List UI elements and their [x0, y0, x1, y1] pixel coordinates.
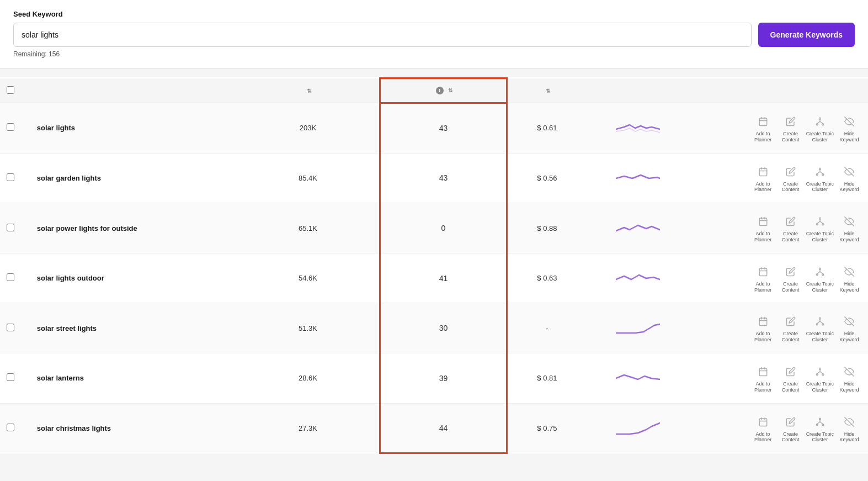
add-to-planner-button[interactable]: Add toPlanner [751, 113, 775, 143]
create-topic-cluster-label: Create TopicCluster [806, 181, 834, 193]
hide-keyword-button[interactable]: HideKeyword [837, 213, 861, 243]
keyword-cell: solar lights outdoor [30, 253, 237, 303]
create-topic-cluster-button[interactable]: Create TopicCluster [806, 213, 834, 243]
seed-input[interactable] [13, 23, 752, 47]
keyword-cell: solar lanterns [30, 353, 237, 404]
create-content-icon [782, 113, 799, 130]
keyword-cell: solar street lights [30, 303, 237, 353]
hide-keyword-icon [841, 113, 858, 130]
row-checkbox-cell [0, 253, 30, 303]
row-checkbox[interactable] [7, 373, 14, 381]
difficulty-info-icon[interactable]: i [436, 87, 444, 94]
create-topic-cluster-button[interactable]: Create TopicCluster [806, 163, 834, 193]
hide-keyword-icon [841, 213, 858, 230]
hide-keyword-icon [841, 313, 858, 330]
create-topic-cluster-button[interactable]: Create TopicCluster [806, 263, 834, 293]
hide-keyword-button[interactable]: HideKeyword [837, 263, 861, 293]
create-topic-cluster-button[interactable]: Create TopicCluster [806, 363, 834, 393]
add-to-planner-button[interactable]: Add toPlanner [751, 263, 775, 293]
header-keywords [30, 78, 237, 103]
difficulty-cell: 44 [380, 403, 507, 453]
trend-cell [587, 253, 690, 303]
row-checkbox[interactable] [7, 324, 14, 331]
row-checkbox[interactable] [7, 123, 14, 131]
add-to-planner-icon [755, 363, 771, 380]
create-content-button[interactable]: CreateContent [779, 163, 803, 193]
action-cell: Add toPlanner CreateContent Create Topic… [690, 103, 868, 154]
create-topic-cluster-button[interactable]: Create TopicCluster [806, 113, 834, 143]
create-topic-cluster-label: Create TopicCluster [806, 431, 834, 443]
create-content-button[interactable]: CreateContent [779, 414, 803, 443]
select-all-checkbox[interactable] [7, 86, 14, 94]
generate-keywords-button[interactable]: Generate Keywords [758, 23, 855, 47]
create-content-icon [782, 363, 799, 380]
create-topic-cluster-label: Create TopicCluster [806, 381, 834, 393]
svg-rect-33 [759, 268, 767, 276]
create-topic-cluster-icon [812, 414, 828, 430]
keyword-cell: solar christmas lights [30, 403, 237, 453]
create-content-button[interactable]: CreateContent [779, 213, 803, 243]
svg-line-64 [820, 372, 823, 374]
volume-cell: 85.4K [237, 153, 380, 203]
create-content-icon [782, 313, 799, 330]
add-to-planner-icon [755, 313, 771, 330]
row-checkbox[interactable] [7, 224, 14, 231]
create-content-icon [782, 414, 799, 430]
add-to-planner-icon [755, 163, 771, 180]
table-row: solar power lights for outside 65.1K 0 $… [0, 203, 868, 253]
add-to-planner-button[interactable]: Add toPlanner [751, 163, 775, 193]
create-content-button[interactable]: CreateContent [779, 263, 803, 293]
create-content-button[interactable]: CreateContent [779, 113, 803, 143]
row-checkbox[interactable] [7, 273, 14, 281]
hide-keyword-button[interactable]: HideKeyword [837, 414, 861, 443]
table-header-row: ⇅ i ⇅ ⇅ [0, 78, 868, 103]
svg-line-41 [817, 272, 820, 274]
table-row: solar lights outdoor 54.6K 41 $ 0.63 Add… [0, 253, 868, 303]
hide-keyword-label: HideKeyword [839, 231, 859, 243]
create-content-label: CreateContent [782, 281, 800, 293]
create-content-button[interactable]: CreateContent [779, 313, 803, 343]
svg-line-9 [820, 121, 823, 124]
create-content-label: CreateContent [782, 331, 800, 343]
svg-line-74 [817, 422, 820, 424]
add-planner-label: Add toPlanner [754, 181, 771, 193]
row-checkbox[interactable] [7, 173, 14, 181]
hide-keyword-button[interactable]: HideKeyword [837, 313, 861, 343]
volume-cell: 203K [237, 103, 380, 154]
hide-keyword-button[interactable]: HideKeyword [837, 363, 861, 393]
create-topic-cluster-button[interactable]: Create TopicCluster [806, 313, 834, 343]
table-body: solar lights 203K 43 $ 0.61 Add toPlanne… [0, 103, 868, 453]
cpc-cell: $ 0.81 [507, 353, 587, 404]
table-row: solar christmas lights 27.3K 44 $ 0.75 A… [0, 403, 868, 453]
difficulty-sort-icon[interactable]: ⇅ [448, 87, 453, 93]
table-row: solar lights 203K 43 $ 0.61 Add toPlanne… [0, 103, 868, 154]
volume-sort-icon[interactable]: ⇅ [307, 88, 312, 94]
row-checkbox-cell [0, 353, 30, 404]
difficulty-cell: 43 [380, 153, 507, 203]
create-content-label: CreateContent [782, 231, 800, 243]
add-to-planner-button[interactable]: Add toPlanner [751, 414, 775, 443]
add-to-planner-button[interactable]: Add toPlanner [751, 363, 775, 393]
create-content-button[interactable]: CreateContent [779, 363, 803, 393]
keywords-table: ⇅ i ⇅ ⇅ [0, 77, 868, 454]
hide-keyword-button[interactable]: HideKeyword [837, 113, 861, 143]
row-checkbox[interactable] [7, 424, 14, 431]
add-planner-label: Add toPlanner [754, 331, 771, 343]
cpc-cell: $ 0.75 [507, 403, 587, 453]
keyword-name: solar christmas lights [37, 424, 111, 432]
cpc-sort-icon[interactable]: ⇅ [546, 88, 551, 94]
keyword-name: solar street lights [37, 324, 97, 332]
create-topic-cluster-icon [812, 363, 828, 380]
create-topic-cluster-button[interactable]: Create TopicCluster [806, 414, 834, 443]
row-checkbox-cell [0, 403, 30, 453]
header-checkbox-cell [0, 78, 30, 103]
create-content-icon [782, 213, 799, 230]
header-volume: ⇅ [237, 78, 380, 103]
add-to-planner-button[interactable]: Add toPlanner [751, 313, 775, 343]
hide-keyword-button[interactable]: HideKeyword [837, 163, 861, 193]
keyword-name: solar lights outdoor [37, 274, 104, 282]
add-planner-label: Add toPlanner [754, 431, 771, 443]
add-to-planner-button[interactable]: Add toPlanner [751, 213, 775, 243]
keywords-table-wrapper: ⇅ i ⇅ ⇅ [0, 77, 868, 454]
volume-cell: 28.6K [237, 353, 380, 404]
